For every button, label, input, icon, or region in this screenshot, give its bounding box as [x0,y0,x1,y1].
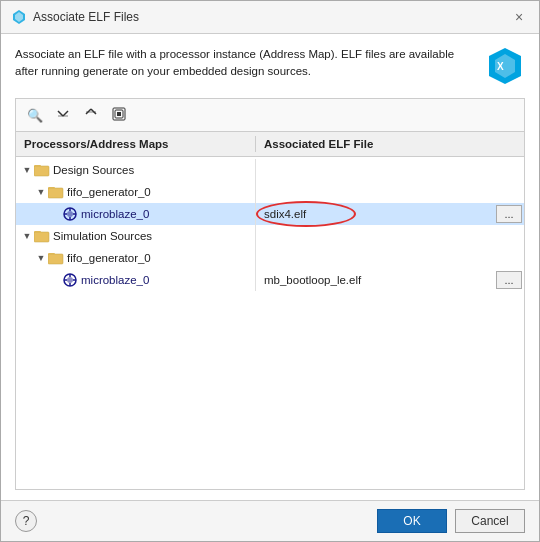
expand-design-fifo-icon: ▼ [34,185,48,199]
description-area: Associate an ELF file with a processor i… [15,46,525,86]
cancel-button[interactable]: Cancel [455,509,525,533]
design-microblaze-spacer [48,207,62,221]
design-fifo-row[interactable]: ▼ fifo_generator_0 [16,181,524,203]
title-bar-left: Associate ELF Files [11,9,139,25]
sim-microblaze-cell: microblaze_0 [16,269,256,291]
table-header: Processors/Address Maps Associated ELF F… [16,132,524,157]
svg-rect-27 [34,231,41,235]
sim-fifo-label: fifo_generator_0 [67,252,151,264]
expand-sim-fifo-icon: ▼ [34,251,48,265]
svg-rect-13 [117,112,121,116]
design-microblaze-label: microblaze_0 [81,208,149,220]
design-microblaze-elf-highlight: sdix4.elf [264,208,492,220]
search-icon: 🔍 [27,108,43,123]
svg-text:X: X [497,61,504,72]
design-fifo-cell: ▼ fifo_generator_0 [16,181,256,203]
sim-fifo-elf-cell [256,247,524,269]
app-icon [11,9,27,25]
sim-microblaze-elf-value: mb_bootloop_le.elf [264,274,492,286]
col-elf-header: Associated ELF File [256,136,524,152]
collapse-all-icon [56,107,70,124]
title-bar: Associate ELF Files × [1,1,539,34]
description-text: Associate an ELF file with a processor i… [15,46,485,81]
svg-rect-15 [34,165,41,169]
design-sources-row[interactable]: ▼ Design Sources [16,159,524,181]
design-sources-cell: ▼ Design Sources [16,159,256,181]
design-microblaze-elf-cell: sdix4.elf ... [256,203,524,225]
design-sources-folder-icon [34,163,50,177]
simulation-sources-folder-icon [34,229,50,243]
close-button[interactable]: × [509,7,529,27]
filter-icon [112,107,126,124]
sim-microblaze-proc-icon [62,273,78,287]
filter-button[interactable] [106,103,132,127]
tree-toolbar: 🔍 [15,98,525,131]
xilinx-logo: X [485,46,525,86]
svg-rect-30 [48,253,55,257]
associate-elf-dialog: Associate ELF Files × Associate an ELF f… [0,0,540,542]
expand-simulation-sources-icon: ▼ [20,229,34,243]
design-fifo-folder-icon [48,185,64,199]
svg-point-33 [67,277,73,283]
col-processors-header: Processors/Address Maps [16,136,256,152]
design-fifo-label: fifo_generator_0 [67,186,151,198]
expand-design-sources-icon: ▼ [20,163,34,177]
sim-fifo-cell: ▼ fifo_generator_0 [16,247,256,269]
svg-rect-18 [48,187,55,191]
sim-fifo-row[interactable]: ▼ fifo_generator_0 [16,247,524,269]
design-microblaze-proc-icon [62,207,78,221]
sim-microblaze-label: microblaze_0 [81,274,149,286]
sim-microblaze-spacer [48,273,62,287]
design-sources-label: Design Sources [53,164,134,176]
sim-microblaze-browse-btn[interactable]: ... [496,271,522,289]
design-sources-elf-cell [256,159,524,181]
dialog-footer: ? OK Cancel [1,500,539,541]
design-microblaze-browse-btn[interactable]: ... [496,205,522,223]
simulation-sources-cell: ▼ Simulation Sources [16,225,256,247]
main-table: Processors/Address Maps Associated ELF F… [15,131,525,490]
expand-all-button[interactable] [78,103,104,127]
design-fifo-elf-cell [256,181,524,203]
help-button[interactable]: ? [15,510,37,532]
design-microblaze-cell: microblaze_0 [16,203,256,225]
simulation-sources-elf-cell [256,225,524,247]
footer-left: ? [15,510,37,532]
design-microblaze-elf-value: sdix4.elf [264,208,492,220]
search-button[interactable]: 🔍 [22,103,48,127]
simulation-sources-label: Simulation Sources [53,230,152,242]
expand-all-icon [84,107,98,124]
dialog-body: Associate an ELF file with a processor i… [1,34,539,500]
sim-fifo-folder-icon [48,251,64,265]
sim-microblaze-elf-cell: mb_bootloop_le.elf ... [256,269,524,291]
sim-microblaze-row[interactable]: microblaze_0 mb_bootloop_le.elf ... [16,269,524,291]
design-microblaze-row[interactable]: microblaze_0 sdix4.elf ... [16,203,524,225]
ok-button[interactable]: OK [377,509,447,533]
tree-area: ▼ Design Sources [16,157,524,293]
collapse-all-button[interactable] [50,103,76,127]
svg-point-21 [67,211,73,217]
dialog-title: Associate ELF Files [33,10,139,24]
simulation-sources-row[interactable]: ▼ Simulation Sources [16,225,524,247]
footer-right: OK Cancel [377,509,525,533]
